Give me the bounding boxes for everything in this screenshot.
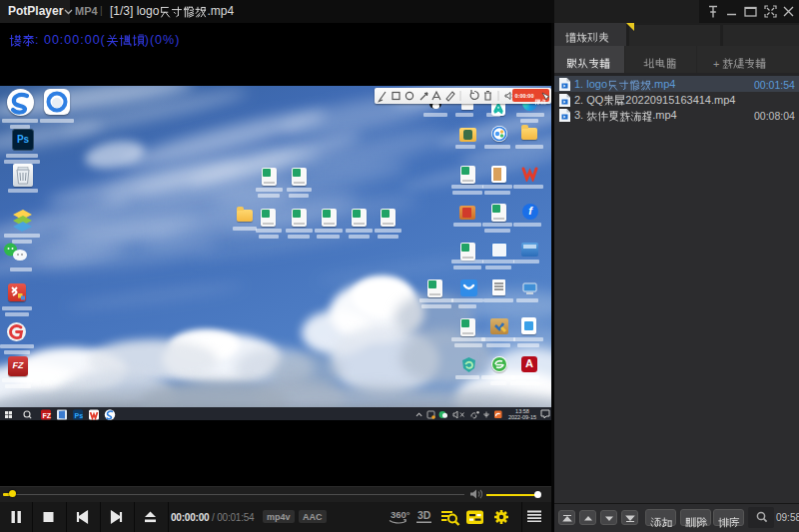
svg-text:FZ: FZ bbox=[43, 412, 52, 419]
svg-text:Ps: Ps bbox=[75, 412, 84, 419]
svg-text:360°: 360° bbox=[391, 509, 410, 520]
svg-text:3D: 3D bbox=[417, 509, 431, 521]
